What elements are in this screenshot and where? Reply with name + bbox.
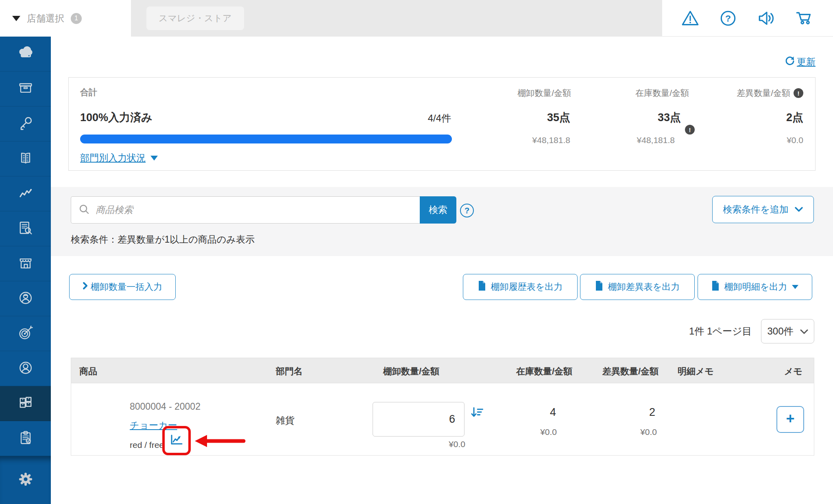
sidebar-item-cloud[interactable] — [0, 37, 51, 72]
product-code: 8000004 - 20002 — [130, 401, 201, 412]
target-dart-icon — [17, 324, 35, 343]
input-history-icon[interactable] — [470, 406, 484, 421]
sidebar-item-member[interactable] — [0, 281, 51, 316]
search-icon — [79, 204, 90, 217]
summary-col-stocktake: 棚卸数量/金額 — [517, 87, 571, 99]
product-search-input[interactable] — [96, 204, 412, 215]
page-size-value: 300件 — [767, 325, 793, 338]
sidebar-item-target[interactable] — [0, 316, 51, 351]
table-row: 8000004 - 20002 チョーカー red / free — [71, 383, 814, 456]
export-difference-button[interactable]: 棚卸差異表を出力 — [580, 274, 695, 300]
archive-box-icon — [17, 79, 35, 99]
file-icon — [595, 280, 603, 293]
stocktake-amount: ¥0.0 — [449, 439, 465, 449]
summary-panel: 合計 棚卸数量/金額 在庫数量/金額 差異数量/金額 ! 100%入力済み 4/… — [68, 77, 816, 171]
add-memo-button[interactable]: + — [776, 406, 804, 433]
summary-title: 合計 — [80, 87, 97, 98]
cloud-icon — [17, 44, 35, 64]
store-tab-label: スマレジ・ストア — [159, 12, 232, 24]
sidebar-item-book[interactable] — [0, 141, 51, 176]
svg-text:?: ? — [725, 13, 731, 24]
header-memo: メモ — [784, 365, 802, 378]
department-name: 雑貨 — [276, 414, 294, 427]
search-button-label: 検索 — [429, 204, 447, 216]
diff-amount: ¥0.0 — [640, 427, 657, 437]
summary-col-stock: 在庫数量/金額 — [635, 87, 689, 99]
sidebar-item-stocktake[interactable] — [0, 421, 51, 456]
alert-triangle-icon[interactable] — [680, 9, 700, 28]
header-detail-memo: 明細メモ — [678, 365, 714, 378]
book-icon — [17, 149, 35, 169]
stocktake-table: 商品 部門名 棚卸数量/金額 在庫数量/金額 差異数量/金額 明細メモ メモ 8… — [71, 358, 814, 456]
help-circle-icon[interactable]: ? — [718, 9, 738, 28]
topbar: 店舗選択 1 スマレジ・ストア ? — [0, 0, 833, 37]
info-icon[interactable]: ! — [794, 88, 803, 98]
user-icon — [17, 359, 35, 378]
stock-qty-total: 33点 — [658, 110, 681, 125]
stock-amount: ¥0.0 — [540, 427, 557, 437]
progress-label: 100%入力済み — [80, 110, 153, 125]
refresh-link[interactable]: 更新 — [785, 55, 816, 68]
add-search-condition-button[interactable]: 検索条件を追加 — [712, 196, 814, 223]
diff-qty: 2 — [649, 406, 655, 419]
product-variant: red / free — [130, 440, 164, 450]
store-selector[interactable]: 店舗選択 1 — [0, 0, 131, 37]
storefront-icon — [17, 254, 35, 274]
header-diff-qty: 差異数量/金額 — [602, 365, 659, 378]
search-condition-note: 検索条件：差異数量が1以上の商品のみ表示 — [71, 233, 255, 246]
export-history-button[interactable]: 棚卸履歴表を出力 — [463, 274, 578, 300]
stock-history-chart-icon[interactable] — [169, 433, 184, 448]
chevron-right-icon — [83, 282, 88, 292]
department-status-label: 部門別入力状況 — [80, 152, 146, 164]
progress-count: 4/4件 — [428, 112, 451, 125]
file-icon — [711, 280, 720, 293]
sidebar-item-store[interactable] — [0, 246, 51, 281]
file-icon — [478, 280, 486, 293]
stock-qty: 4 — [550, 406, 556, 419]
stocktake-qty-input[interactable] — [373, 402, 464, 437]
sidebar-item-settings[interactable] — [0, 456, 51, 504]
bulk-input-label: 棚卸数量一括入力 — [91, 281, 162, 293]
stock-alert-icon[interactable]: ! — [685, 125, 695, 135]
chevron-down-icon — [800, 326, 808, 337]
sidebar-item-report[interactable] — [0, 211, 51, 246]
search-box — [71, 196, 420, 224]
annotation-arrow-icon — [193, 432, 246, 452]
stocktake-amount-total: ¥48,181.8 — [532, 135, 570, 145]
header-department: 部門名 — [276, 365, 303, 378]
sidebar-item-archive-box[interactable] — [0, 72, 51, 106]
sidebar-item-key[interactable] — [0, 106, 51, 141]
search-button[interactable]: 検索 — [420, 196, 456, 224]
megaphone-icon[interactable] — [756, 9, 776, 28]
difference-qty-total: 2点 — [786, 110, 803, 125]
member-icon — [17, 289, 35, 308]
summary-col-difference-label: 差異数量/金額 — [737, 87, 790, 99]
header-product: 商品 — [79, 365, 97, 378]
line-chart-icon — [17, 184, 35, 204]
header-stocktake-qty: 棚卸数量/金額 — [383, 365, 439, 378]
department-status-link[interactable]: 部門別入力状況 — [80, 152, 158, 164]
sidebar-item-analytics[interactable] — [0, 176, 51, 211]
sidebar-item-inventory[interactable] — [0, 386, 51, 421]
pagination-info: 1件 1ページ目 — [689, 325, 752, 338]
stocktake-qty-total: 35点 — [547, 110, 570, 125]
refresh-label: 更新 — [797, 56, 816, 68]
gear-icon — [16, 470, 35, 490]
search-help-icon[interactable]: ? — [460, 204, 474, 217]
store-tab[interactable]: スマレジ・ストア — [146, 7, 244, 30]
cart-icon[interactable] — [794, 9, 815, 28]
shelves-icon — [17, 394, 35, 413]
store-selector-label: 店舗選択 — [27, 12, 64, 25]
stocktake-page: 店舗選択 1 スマレジ・ストア ? — [0, 0, 833, 504]
chevron-down-icon — [150, 156, 158, 161]
bulk-input-button[interactable]: 棚卸数量一括入力 — [69, 274, 176, 300]
chevron-down-icon — [792, 285, 798, 289]
add-condition-label: 検索条件を追加 — [723, 203, 789, 216]
refresh-icon — [785, 55, 795, 68]
sidebar-item-user[interactable] — [0, 351, 51, 386]
export-detail-label: 棚卸明細を出力 — [724, 281, 787, 293]
chevron-down-icon — [12, 16, 20, 21]
export-detail-button[interactable]: 棚卸明細を出力 — [698, 274, 812, 300]
page-size-select[interactable]: 300件 — [761, 319, 814, 343]
chevron-down-icon — [794, 204, 803, 215]
